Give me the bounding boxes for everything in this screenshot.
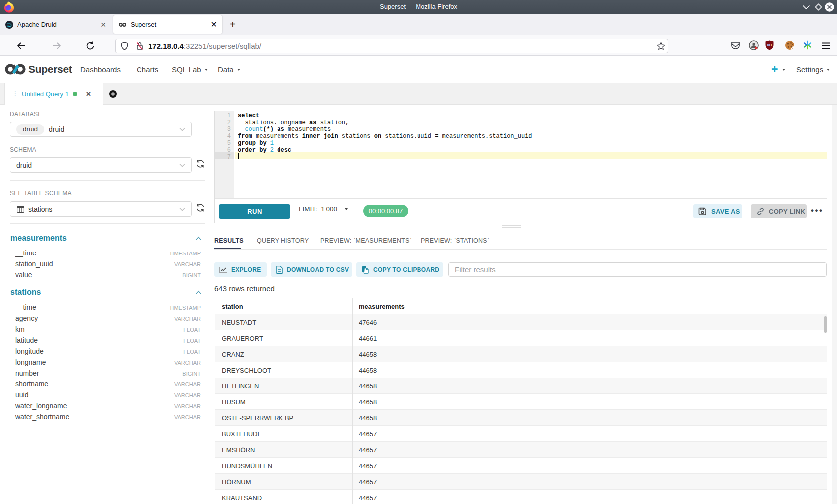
svg-text:uO: uO xyxy=(767,43,772,47)
